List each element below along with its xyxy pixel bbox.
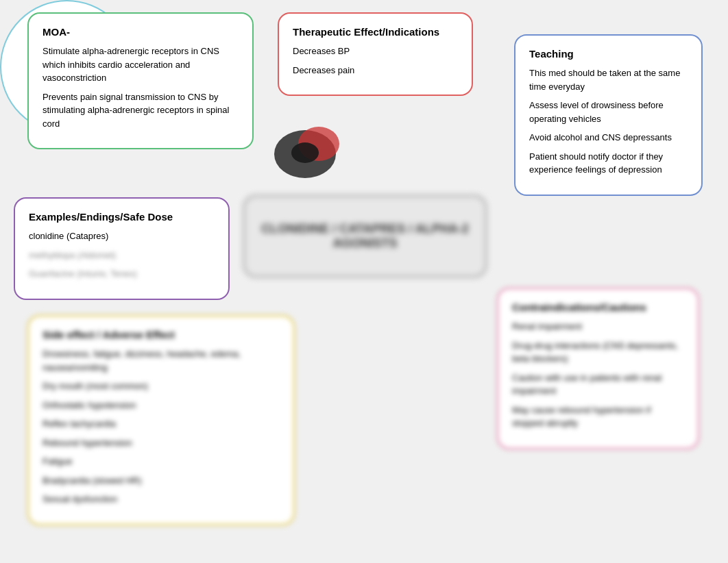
rb-item-2: Drug-drug interactions (CNS depressants,… xyxy=(512,339,684,366)
center-card: CLONIDINE / CATAPRES / ALPHA-2 AGONISTS xyxy=(243,195,487,277)
moa-card: MOA- Stimulate alpha-adrenergic receptor… xyxy=(27,12,254,149)
se-item-6: Fatigue xyxy=(43,455,280,468)
se-item-5: Rebound hypertension xyxy=(43,436,280,450)
moa-text2: Prevents pain signal transmission to CNS… xyxy=(43,90,239,131)
teaching-text2: Assess level of drowsiness before operat… xyxy=(529,99,688,125)
teaching-text1: This med should be taken at the same tim… xyxy=(529,66,688,93)
se-item-1: Drowsiness, fatigue, dizziness, headache… xyxy=(43,347,280,374)
examples-item2: methyldopa (Aldomet) xyxy=(29,249,215,262)
teaching-card: Teaching This med should be taken at the… xyxy=(514,34,703,196)
rb-item-1: Renal impairment xyxy=(512,320,684,334)
examples-title: Examples/Endings/Safe Dose xyxy=(29,211,215,223)
rb-item-3: Caution with use in patients with renal … xyxy=(512,371,684,398)
teaching-text4: Patient should notify doctor if they exp… xyxy=(529,150,688,177)
medication-image xyxy=(267,113,356,188)
se-item-7: Bradycardia (slowed HR) xyxy=(43,474,280,488)
therapeutic-card: Therapeutic Effect/Indications Decreases… xyxy=(278,12,473,96)
moa-text1: Stimulate alpha-adrenergic receptors in … xyxy=(43,45,239,85)
examples-card: Examples/Endings/Safe Dose clonidine (Ca… xyxy=(14,197,230,300)
examples-item1: clonidine (Catapres) xyxy=(29,229,215,243)
center-text: CLONIDINE / CATAPRES / ALPHA-2 AGONISTS xyxy=(258,222,472,251)
rb-item-4: May cause rebound hypertension if stoppe… xyxy=(512,403,684,430)
se-item-8: Sexual dysfunction xyxy=(43,492,280,506)
moa-title: MOA- xyxy=(43,26,239,38)
examples-item3: Guanfacine (Intuniv, Tenex) xyxy=(29,267,215,281)
se-item-4: Reflex tachycardia xyxy=(43,417,280,431)
therapeutic-title: Therapeutic Effect/Indications xyxy=(293,26,458,38)
svg-point-2 xyxy=(291,142,319,163)
right-bottom-card: Contraindications/Cautions Renal impairm… xyxy=(497,288,699,449)
right-bottom-title: Contraindications/Cautions xyxy=(512,301,684,313)
se-item-3: Orthostatic hypotension xyxy=(43,399,280,412)
side-effects-title: Side effect / Adverse Effect xyxy=(43,329,280,340)
therapeutic-item2: Decreases pain xyxy=(293,64,458,77)
side-effects-card: Side effect / Adverse Effect Drowsiness,… xyxy=(27,315,295,525)
teaching-title: Teaching xyxy=(529,48,688,60)
se-item-2: Dry mouth (most common) xyxy=(43,379,280,393)
teaching-text3: Avoid alcohol and CNS depressants xyxy=(529,131,688,145)
therapeutic-item1: Decreases BP xyxy=(293,45,458,58)
